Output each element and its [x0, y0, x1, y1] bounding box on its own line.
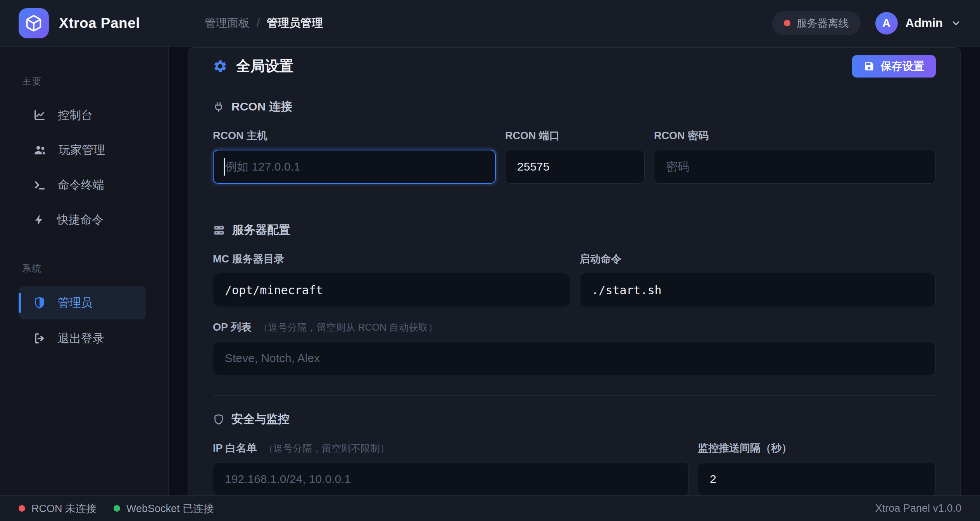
sidebar-item-logout[interactable]: 退出登录 [0, 321, 168, 356]
app-version: Xtroa Panel v1.0.0 [875, 502, 961, 514]
section-security-title: 安全与监控 [231, 411, 290, 427]
sidebar-item-terminal[interactable]: 命令终端 [0, 167, 168, 202]
status-bar: RCON 未连接 WebSocket 已连接 Xtroa Panel v1.0.… [0, 495, 980, 521]
logout-icon [33, 332, 46, 345]
text-caret [224, 158, 225, 176]
box-icon [25, 14, 43, 32]
rcon-password-input[interactable] [654, 150, 936, 184]
users-icon [33, 143, 47, 157]
card-header: 全局设置 保存设置 [213, 54, 936, 79]
websocket-status: WebSocket 已连接 [114, 502, 214, 516]
server-fields-row: MC 服务器目录 启动命令 [213, 252, 936, 307]
op-list-input[interactable] [213, 341, 936, 375]
section-security-header: 安全与监控 [213, 411, 936, 427]
monitor-interval-field: 监控推送间隔（秒） [698, 441, 936, 495]
sidebar-nav-system: 管理员 退出登录 [0, 286, 168, 356]
rcon-host-field: RCON 主机 [213, 129, 496, 184]
sidebar-item-label: 管理员 [58, 295, 93, 311]
terminal-icon [33, 178, 46, 191]
rcon-port-label: RCON 端口 [505, 129, 645, 143]
mc-dir-field: MC 服务器目录 [213, 252, 570, 307]
save-button-label: 保存设置 [881, 59, 924, 74]
rcon-host-label: RCON 主机 [213, 129, 496, 143]
shield-icon [33, 296, 46, 309]
save-settings-button[interactable]: 保存设置 [852, 55, 936, 78]
sidebar-section-main-label: 主要 [22, 75, 168, 88]
monitor-interval-input[interactable] [698, 462, 936, 495]
ip-whitelist-label: IP 白名单 （逗号分隔，留空则不限制） [213, 441, 688, 455]
rcon-status-text: RCON 未连接 [31, 502, 97, 516]
sidebar-item-label: 快捷命令 [57, 212, 104, 228]
sidebar-item-label: 控制台 [58, 107, 93, 123]
page-title: 全局设置 [213, 57, 293, 76]
mc-dir-input[interactable] [213, 273, 570, 307]
section-divider [213, 395, 936, 396]
rcon-status: RCON 未连接 [19, 502, 97, 516]
app-logo [19, 8, 49, 38]
websocket-status-dot-icon [114, 505, 120, 512]
start-cmd-input[interactable] [580, 273, 936, 307]
ip-whitelist-hint: （逗号分隔，留空则不限制） [264, 443, 390, 454]
sidebar: 主要 控制台 玩家管理 [0, 47, 169, 495]
breadcrumb-current: 管理员管理 [267, 16, 323, 31]
server-status-badge: 服务器离线 [772, 11, 861, 35]
breadcrumb: 管理面板 / 管理员管理 [205, 16, 323, 31]
chevron-down-icon[interactable] [951, 18, 961, 29]
breadcrumb-separator: / [257, 17, 260, 29]
avatar[interactable]: A [875, 12, 898, 35]
server-status-text: 服务器离线 [797, 16, 849, 30]
sidebar-item-label: 退出登录 [58, 331, 104, 347]
save-icon [864, 61, 875, 72]
page-title-text: 全局设置 [236, 57, 293, 76]
top-header: Xtroa Panel 管理面板 / 管理员管理 服务器离线 A Admin [0, 0, 980, 47]
op-list-label: OP 列表 （逗号分隔，留空则从 RCON 自动获取） [213, 320, 936, 334]
section-divider [213, 204, 936, 204]
server-offline-dot-icon [784, 20, 790, 26]
rcon-password-label: RCON 密码 [654, 129, 936, 143]
rcon-host-input[interactable] [213, 150, 496, 184]
rcon-port-input[interactable] [505, 150, 645, 184]
ip-whitelist-field: IP 白名单 （逗号分隔，留空则不限制） [213, 441, 688, 495]
sidebar-item-admin[interactable]: 管理员 [19, 286, 146, 319]
rcon-password-field: RCON 密码 [654, 129, 936, 184]
op-list-label-text: OP 列表 [213, 321, 252, 333]
section-rcon-header: RCON 连接 [213, 99, 936, 115]
bolt-icon [33, 213, 45, 226]
server-icon [213, 224, 225, 236]
start-cmd-field: 启动命令 [580, 252, 936, 307]
ip-whitelist-input[interactable] [213, 462, 688, 495]
sidebar-item-quick-commands[interactable]: 快捷命令 [0, 202, 168, 237]
rcon-port-field: RCON 端口 [505, 129, 645, 184]
op-list-field: OP 列表 （逗号分隔，留空则从 RCON 自动获取） [213, 320, 936, 375]
rcon-status-dot-icon [19, 505, 25, 512]
ip-whitelist-label-text: IP 白名单 [213, 442, 257, 454]
plug-icon [213, 101, 224, 113]
mc-dir-label: MC 服务器目录 [213, 252, 570, 266]
security-fields-row: IP 白名单 （逗号分隔，留空则不限制） 监控推送间隔（秒） [213, 441, 936, 495]
section-server-title: 服务器配置 [232, 222, 290, 238]
sidebar-item-label: 玩家管理 [59, 142, 105, 158]
settings-card: 全局设置 保存设置 RCON 连接 [188, 47, 961, 495]
sidebar-nav-main: 控制台 玩家管理 命令终端 [0, 98, 168, 237]
rcon-fields-row: RCON 主机 RCON 端口 RCON 密码 [213, 129, 936, 184]
breadcrumb-parent[interactable]: 管理面板 [205, 16, 250, 31]
shield-outline-icon [213, 414, 224, 425]
sidebar-section-system-label: 系统 [22, 262, 168, 274]
sidebar-item-console[interactable]: 控制台 [0, 98, 168, 133]
header-right: 服务器离线 A Admin [772, 11, 961, 35]
main-area: 全局设置 保存设置 RCON 连接 [169, 47, 980, 495]
user-menu[interactable]: A Admin [875, 12, 961, 35]
chart-line-icon [33, 109, 46, 122]
username: Admin [906, 16, 943, 30]
websocket-status-text: WebSocket 已连接 [126, 502, 214, 516]
section-rcon-title: RCON 连接 [231, 99, 292, 115]
section-server-header: 服务器配置 [213, 222, 936, 238]
xtroa-panel-app: Xtroa Panel 管理面板 / 管理员管理 服务器离线 A Admin 主… [0, 0, 980, 521]
sidebar-item-players[interactable]: 玩家管理 [0, 133, 168, 167]
monitor-interval-label: 监控推送间隔（秒） [698, 441, 936, 455]
start-cmd-label: 启动命令 [580, 252, 936, 266]
op-list-hint: （逗号分隔，留空则从 RCON 自动获取） [259, 322, 438, 333]
brand-title: Xtroa Panel [59, 15, 140, 31]
sidebar-item-label: 命令终端 [58, 177, 104, 193]
gear-icon [213, 59, 228, 74]
